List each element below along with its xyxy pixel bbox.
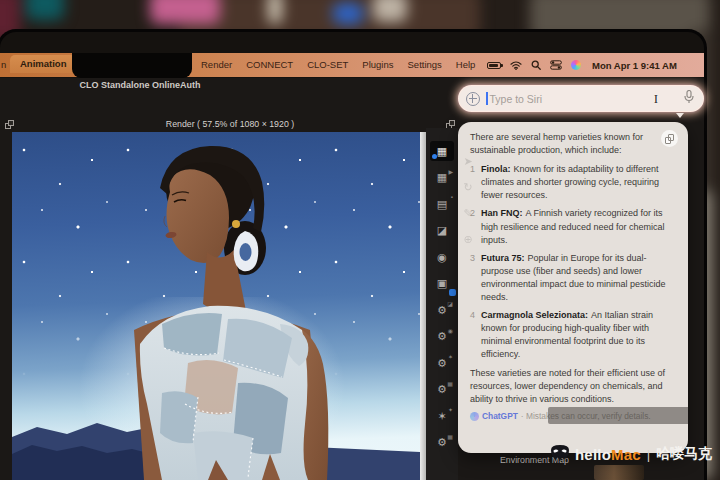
variety-name: Futura 75: — [481, 253, 525, 263]
search-icon[interactable] — [531, 60, 541, 70]
watermark-mac: Mac — [611, 446, 641, 463]
chatgpt-globe-icon — [466, 92, 480, 106]
list-item: 2 Han FNQ:A Finnish variety recognized f… — [470, 207, 677, 246]
image-settings-icon[interactable]: ⚙◪ — [430, 300, 454, 320]
battery-icon[interactable] — [487, 62, 501, 69]
control-center-icon[interactable] — [550, 60, 562, 70]
microphone-icon[interactable] — [684, 90, 694, 108]
siri-response-panel: ➤ ↻ ✎ ⊕ There are several hemp varieties… — [458, 122, 688, 453]
video-play-icon[interactable]: ▦▶ — [430, 168, 454, 188]
chatgpt-logo-icon — [470, 412, 479, 421]
watermark-chinese: 哈喽马克 — [656, 445, 712, 463]
camera-icon[interactable]: ◉ — [430, 247, 454, 267]
macbook-notch — [72, 53, 192, 78]
siri-placeholder: Type to Siri — [490, 93, 654, 105]
magic-wand-icon[interactable]: ✶✦ — [430, 406, 454, 426]
image-stack-icon[interactable]: ▣ — [430, 274, 454, 294]
environment-map-thumbnail[interactable] — [594, 465, 644, 480]
menu-settings[interactable]: Settings — [408, 59, 442, 70]
ghost-viewport-tools: ➤ ↻ ✎ ⊕ — [461, 148, 475, 252]
render-window-titlebar: Render ( 57.5% of 1080 × 1920 ) — [4, 119, 456, 131]
ibeam-mouse-cursor: I — [654, 91, 658, 107]
menu-partial-text: n — [1, 59, 6, 70]
video-settings-icon[interactable]: ⚙▦ — [430, 380, 454, 400]
footer-shade-overlay — [548, 407, 688, 424]
list-item: 1 Finola:Known for its adaptability to d… — [470, 163, 677, 202]
copy-icon — [665, 134, 674, 144]
render-settings-icon[interactable]: ⚙▦ — [430, 433, 454, 453]
variety-name: Han FNQ: — [481, 208, 523, 218]
list-item: 4 Carmagnola Selezionata:An Italian stra… — [470, 309, 677, 361]
siri-orb-icon[interactable] — [571, 60, 581, 70]
chevron-down-icon[interactable] — [676, 113, 684, 118]
render-window-title: Render ( 57.5% of 1080 × 1920 ) — [4, 119, 456, 129]
variety-name: Finola: — [481, 164, 511, 174]
list-item: 3 Futura 75:Popular in Europe for its du… — [470, 252, 677, 304]
render-viewport[interactable] — [12, 132, 420, 480]
camera-settings-icon[interactable]: ⚙◉ — [430, 327, 454, 347]
render-toolbar: ▦ ▦▶ ▤▪ ◪ ◉ ▣ ⚙◪ ⚙◉ ⚙✶ ⚙▦ ✶✦ ⚙▦ — [426, 128, 458, 480]
video-clip-icon[interactable]: ▤▪ — [430, 194, 454, 214]
menu-items: Render CONNECT CLO-SET Plugins Settings … — [201, 59, 475, 70]
window-title: CLO Standalone OnlineAuth — [30, 80, 250, 90]
response-intro: There are several hemp varieties known f… — [470, 131, 658, 157]
fashion-model-render — [12, 132, 420, 480]
copy-button[interactable] — [661, 130, 678, 147]
menu-bar-clock[interactable]: Mon Apr 1 9:41 AM — [592, 60, 677, 71]
image-icon[interactable]: ◪ — [430, 221, 454, 241]
menu-help[interactable]: Help — [456, 59, 476, 70]
light-settings-icon[interactable]: ⚙✶ — [430, 353, 454, 373]
variety-name: Carmagnola Selezionata: — [481, 310, 588, 320]
watermark-hello: hello — [575, 446, 611, 463]
menu-render[interactable]: Render — [201, 59, 232, 70]
hellomac-mask-icon — [549, 444, 571, 464]
response-outro: These varieties are noted for their effi… — [470, 367, 677, 406]
watermark: helloMac | 哈喽马克 — [549, 444, 712, 464]
text-cursor — [486, 92, 488, 105]
tab-animation[interactable]: Animation — [10, 55, 76, 73]
menu-clo-set[interactable]: CLO-SET — [307, 59, 348, 70]
chatgpt-attribution: ChatGPT · Mistakes can occur, verify det… — [470, 410, 677, 423]
video-capture-icon[interactable]: ▦ — [430, 141, 454, 161]
siri-input[interactable]: Type to Siri I — [458, 85, 704, 112]
wifi-icon[interactable] — [510, 61, 522, 70]
menu-status-area: Mon Apr 1 9:41 AM — [487, 57, 699, 73]
menu-connect[interactable]: CONNECT — [246, 59, 293, 70]
menu-plugins[interactable]: Plugins — [362, 59, 393, 70]
watermark-separator: | — [647, 447, 650, 462]
chatgpt-brand[interactable]: ChatGPT — [482, 410, 518, 423]
